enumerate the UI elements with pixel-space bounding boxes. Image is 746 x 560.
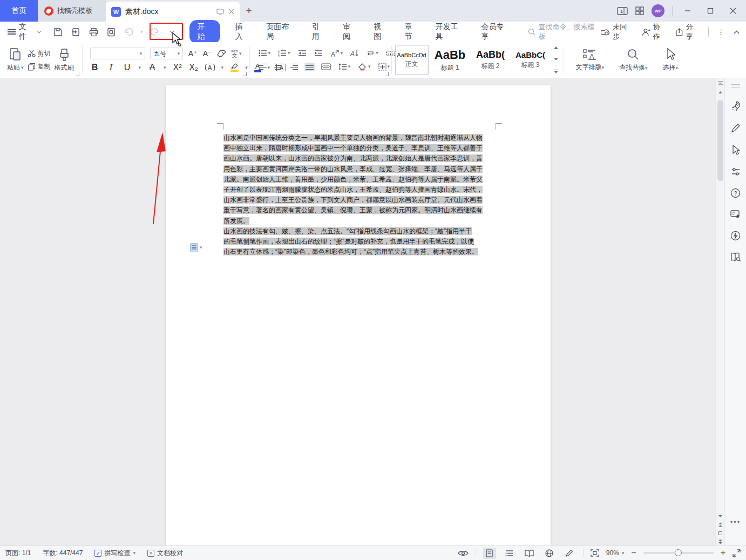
scrollbar-thumb[interactable]	[717, 100, 723, 181]
document-text-line[interactable]: 画山水画。唐朝以来，山水画的画家被分为南、北两派，北派创始人是唐代画家李思训，善	[223, 153, 497, 164]
subscript-button[interactable]: X₂	[189, 63, 199, 72]
save-icon[interactable]	[51, 25, 64, 38]
styles-scroll-down[interactable]	[554, 58, 558, 60]
select-tool-icon[interactable]	[731, 145, 741, 156]
document-text-line[interactable]: 山水画的技法有勾、皴、擦、染、点五法。“勾”指用线条勾画山水的框架；“皴”指用半…	[223, 226, 497, 237]
select-button[interactable]: 选择▾	[655, 48, 686, 72]
styles-scroll-up[interactable]	[554, 46, 558, 49]
tab-membership[interactable]: 会员专享	[480, 20, 512, 44]
tab-section[interactable]: 章节	[403, 20, 420, 44]
select-browse-object-button[interactable]	[718, 531, 722, 535]
eye-protection-icon[interactable]	[458, 550, 469, 557]
format-painter-button[interactable]: 格式刷	[51, 48, 78, 72]
undo-icon[interactable]	[123, 25, 135, 38]
output-pdf-icon[interactable]	[69, 25, 82, 38]
avatar[interactable]: WP	[652, 4, 664, 17]
close-tab-icon[interactable]	[228, 9, 234, 15]
minimize-button[interactable]	[680, 3, 695, 18]
decrease-font-button[interactable]: A⁻	[202, 49, 212, 58]
collaborate-button[interactable]: 协作	[642, 22, 667, 42]
align-right-button[interactable]	[289, 63, 299, 71]
zoom-slider-thumb[interactable]	[675, 549, 682, 556]
sidebar-more-icon[interactable]: •••	[725, 518, 746, 526]
home-tab[interactable]: 首页	[0, 0, 38, 22]
paste-options-button[interactable]: ▾	[190, 243, 202, 252]
text-effects-dropdown[interactable]: ▾	[221, 65, 224, 70]
line-spacing-button[interactable]: ▾	[337, 62, 352, 71]
bold-button[interactable]: B	[90, 63, 100, 72]
strikethrough-button[interactable]: A	[147, 63, 157, 72]
chinese-layout-button[interactable]: A▾	[329, 49, 344, 58]
underline-dropdown[interactable]: ▾	[139, 65, 141, 70]
scroll-down-arrow[interactable]	[718, 515, 723, 518]
app-grid-icon[interactable]	[635, 6, 644, 15]
spellcheck-toggle[interactable]: ✓ 拼写检查▾	[94, 549, 135, 558]
more-menu-icon[interactable]: ⋮	[717, 28, 725, 36]
tab-page-layout[interactable]: 页面布局	[265, 20, 297, 44]
tab-references[interactable]: 引用	[311, 20, 328, 44]
document-tab[interactable]: W 素材.docx	[106, 2, 240, 22]
hot-templates-icon[interactable]	[730, 210, 741, 219]
document-text-line[interactable]: 山石更有立体感；“染”即染色，墨色和彩色均可；“点”指用笔尖点上青苔、树木等的效…	[223, 247, 497, 257]
style-heading3[interactable]: AaBbC( 标题 3	[512, 45, 550, 75]
fullscreen-icon[interactable]	[733, 549, 741, 557]
superscript-button[interactable]: X²	[173, 63, 182, 72]
fit-page-icon[interactable]	[591, 549, 599, 557]
outline-view-icon[interactable]	[503, 548, 516, 559]
align-left-button[interactable]	[257, 63, 268, 71]
document-text-line[interactable]: 重于写意，著名的画家有黄公望、吴镇、倪瓒、王蒙，被称为元四家。明清时山水画继续有	[223, 205, 497, 215]
numbering-button[interactable]: 123▾	[277, 49, 291, 58]
previous-page-button[interactable]	[718, 522, 723, 527]
proofread-button[interactable]: × 文档校对	[147, 549, 183, 558]
next-page-button[interactable]	[718, 539, 723, 544]
quick-tools-rocket-icon[interactable]	[730, 100, 741, 111]
italic-button[interactable]: I	[106, 63, 116, 72]
paragraph-dialog-launcher[interactable]	[385, 72, 389, 76]
phonetic-guide-button[interactable]: wén 文 ▾	[231, 49, 241, 58]
clear-format-icon[interactable]	[217, 50, 226, 57]
new-tab-button[interactable]: +	[240, 0, 258, 22]
ruler-toggle-icon[interactable]	[716, 80, 724, 85]
decrease-indent-button[interactable]	[297, 49, 308, 58]
highlight-color-button[interactable]	[230, 63, 239, 72]
align-center-button[interactable]	[273, 63, 283, 71]
tab-dev-tools[interactable]: 开发工具	[435, 20, 466, 44]
borders-button[interactable]: ▾	[377, 62, 391, 72]
font-name-select[interactable]: ▾	[90, 48, 146, 59]
document-text-line[interactable]: 山水画非常盛行，上至王公贵族，下到文人商户，都愿意以山水画装点厅堂。元代山水画着	[223, 195, 497, 205]
strikethrough-dropdown[interactable]: ▾	[164, 65, 166, 70]
clipboard-dialog-launcher[interactable]	[76, 72, 79, 76]
zoom-slider[interactable]	[643, 552, 714, 554]
tab-review[interactable]: 审阅	[342, 20, 358, 44]
find-replace-button[interactable]: 查找替换▾	[612, 48, 655, 72]
paste-button[interactable]: 粘贴▾	[3, 48, 28, 72]
style-heading1[interactable]: AaBb 标题 1	[431, 45, 470, 75]
document-text-line[interactable]: 子开创了以表现江南烟雨朦胧状态的米点山水，王希孟、赵伯驹等人擅画青绿山水。宋代，	[223, 185, 497, 195]
share-button[interactable]: 分享	[675, 22, 700, 42]
text-direction-button[interactable]: A	[349, 49, 360, 58]
redo-icon[interactable]	[148, 25, 161, 38]
close-window-button[interactable]	[725, 3, 741, 18]
web-view-icon[interactable]	[543, 548, 556, 559]
sync-status-button[interactable]: 未同步	[601, 22, 633, 42]
pin-window-icon[interactable]	[216, 9, 224, 15]
document-text-line[interactable]: 的毛笔侧笔作画，表现出山石的纹理；“擦”是对皴的补充，也是用半干的毛笔完成，以使	[223, 237, 497, 247]
copy-button[interactable]: 复制	[28, 62, 51, 71]
style-heading2[interactable]: AaBb( 标题 2	[472, 45, 510, 75]
print-icon[interactable]	[87, 25, 100, 38]
smart-features-icon[interactable]	[730, 231, 741, 241]
document-text-line[interactable]: 所发展。	[223, 216, 497, 226]
maximize-button[interactable]	[703, 3, 718, 18]
help-icon[interactable]: ?	[730, 188, 741, 198]
increase-font-button[interactable]: A⁺	[188, 49, 198, 58]
document-text-line[interactable]: 画中独立出来，隋唐时期形成中国画中一个单独的分类，吴道子、李思训、王维等人都善于	[223, 143, 497, 153]
increase-indent-button[interactable]	[313, 49, 324, 58]
sidebar-drag-handle[interactable]	[731, 83, 740, 89]
adjust-settings-icon[interactable]	[731, 167, 741, 177]
reference-book-icon[interactable]	[730, 252, 741, 262]
styles-more-button[interactable]	[554, 70, 559, 73]
zoom-out-button[interactable]: −	[631, 548, 636, 558]
underline-button[interactable]: U	[123, 63, 132, 72]
justify-button[interactable]	[304, 63, 315, 71]
word-count[interactable]: 字数: 447/447	[43, 549, 83, 558]
